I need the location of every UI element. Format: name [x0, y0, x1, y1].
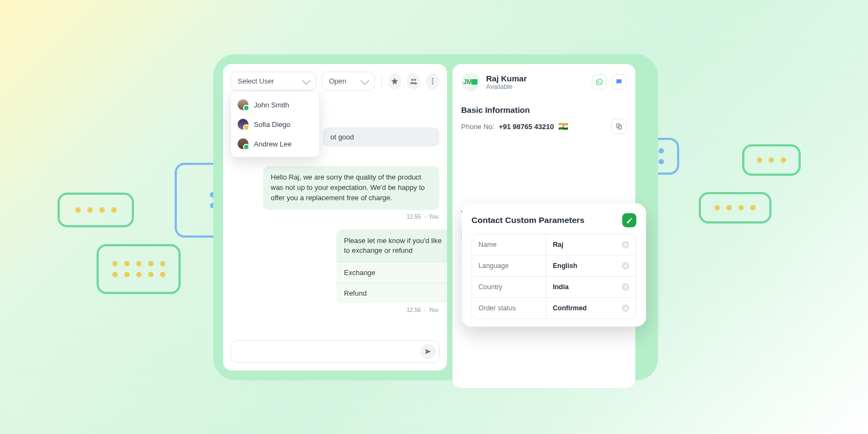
user-option[interactable]: Andrew Lee: [231, 134, 319, 154]
clear-param-button[interactable]: [622, 241, 629, 248]
param-row: Name Raj: [472, 234, 636, 255]
incoming-message: ot good: [323, 127, 439, 146]
select-user-label: Select User: [238, 77, 274, 85]
phone-row: Phone No: +91 98765 43210 🇮🇳: [461, 119, 627, 134]
message-meta: 12.56 · You: [231, 307, 438, 313]
copy-button[interactable]: [611, 119, 627, 134]
param-value: Confirmed: [553, 304, 587, 312]
avatar: [238, 119, 248, 130]
close-icon: [624, 307, 628, 310]
phone-label: Phone No:: [461, 123, 494, 131]
param-value: English: [553, 262, 577, 270]
param-row: Language English: [472, 255, 636, 276]
option-prompt: Please let me know if you'd like to exch…: [336, 229, 447, 262]
close-icon: [624, 285, 628, 289]
param-value: Raj: [553, 241, 563, 248]
profile-name: Raj Kumar: [486, 74, 527, 83]
option-refund[interactable]: Refund: [336, 283, 447, 303]
profile-status: Available: [486, 83, 527, 91]
status-filter-label: Open: [329, 77, 346, 85]
params-table: Name Raj Language English Country India …: [471, 234, 636, 319]
svg-point-0: [432, 78, 433, 80]
status-dot-icon: [472, 79, 477, 85]
send-button[interactable]: [420, 344, 436, 359]
pencil-icon: [626, 217, 633, 224]
avatar: [238, 99, 248, 110]
people-icon: [410, 77, 418, 85]
user-option[interactable]: John Smith: [231, 95, 319, 114]
message-input[interactable]: [231, 340, 439, 363]
user-option-label: Andrew Lee: [254, 140, 291, 148]
user-dropdown-menu: John Smith Sofia Diego Andrew Lee: [231, 91, 320, 157]
profile-avatar: JM: [461, 73, 480, 91]
param-key: Order status: [472, 298, 546, 318]
more-vertical-icon: [429, 77, 437, 85]
chat-icon: [615, 78, 623, 86]
outgoing-message: Hello Raj, we are sorry the quality of t…: [263, 166, 439, 210]
option-card: Please let me know if you'd like to exch…: [336, 229, 447, 303]
deco-bubble: [97, 244, 181, 294]
params-title: Contact Custom Parameters: [471, 215, 584, 225]
group-button[interactable]: [407, 73, 420, 90]
user-option-label: Sofia Diego: [254, 120, 290, 129]
basic-info-title: Basic Information: [461, 105, 627, 114]
message-meta: 12.55 · You: [231, 213, 438, 220]
param-key: Name: [472, 234, 546, 255]
close-icon: [624, 264, 628, 268]
deco-bubble: [699, 192, 771, 224]
select-user-dropdown[interactable]: Select User: [231, 72, 316, 91]
whatsapp-icon: [596, 78, 603, 86]
option-exchange[interactable]: Exchange: [336, 262, 447, 283]
star-button[interactable]: [388, 73, 402, 90]
clear-param-button[interactable]: [622, 283, 629, 291]
edit-params-button[interactable]: [622, 213, 636, 227]
app-shell: Select User Open John Smith: [213, 54, 658, 380]
param-key: Language: [472, 256, 546, 276]
whatsapp-button[interactable]: [592, 74, 607, 90]
star-icon: [391, 77, 399, 85]
chat-header: Select User Open: [223, 64, 447, 91]
param-value: India: [553, 283, 569, 291]
user-option-label: John Smith: [254, 101, 289, 109]
divider: [381, 76, 382, 86]
clear-param-button[interactable]: [622, 304, 629, 312]
deco-bubble: [58, 193, 134, 227]
param-row: Country India: [472, 276, 636, 297]
svg-point-2: [432, 83, 433, 85]
send-icon: [424, 348, 432, 355]
param-key: Country: [472, 277, 546, 297]
more-button[interactable]: [426, 73, 439, 90]
clear-param-button[interactable]: [622, 262, 629, 270]
chevron-down-icon: [360, 76, 369, 85]
chat-panel: Select User Open John Smith: [223, 64, 447, 371]
custom-params-card: Contact Custom Parameters Name Raj Langu…: [462, 203, 646, 327]
svg-point-1: [432, 80, 433, 82]
profile-header: JM Raj Kumar Available: [461, 73, 627, 91]
deco-bubble: [742, 144, 801, 176]
phone-value: +91 98765 43210: [499, 123, 554, 131]
chevron-down-icon: [302, 76, 311, 85]
avatar: [238, 138, 248, 149]
user-option[interactable]: Sofia Diego: [231, 114, 319, 134]
status-filter-dropdown[interactable]: Open: [322, 72, 374, 91]
copy-icon: [615, 123, 623, 130]
flag-icon: 🇮🇳: [558, 122, 569, 131]
chat-button[interactable]: [611, 74, 627, 90]
close-icon: [624, 243, 628, 247]
param-row: Order status Confirmed: [472, 297, 636, 318]
